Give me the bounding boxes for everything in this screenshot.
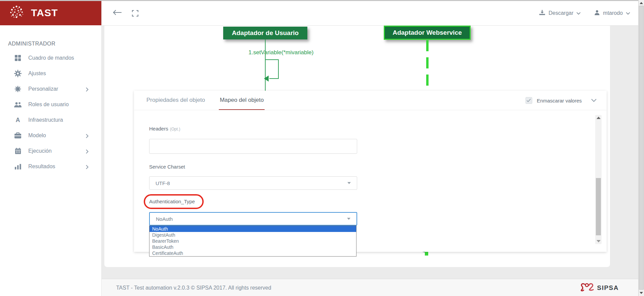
app-title: TAST: [31, 7, 58, 19]
caret-down-icon: [347, 182, 351, 184]
object-properties-card: Propiedades del objeto Mapeo del objeto …: [134, 91, 607, 252]
lifeline-webservice: [426, 40, 429, 91]
collapse-chevron-icon[interactable]: [591, 99, 597, 102]
sidebar-item-personalizar[interactable]: Personalizar: [0, 81, 101, 97]
chevron-right-icon: [86, 134, 89, 140]
option-noauth[interactable]: NoAuth: [149, 226, 356, 232]
message-label: 1.setVariable(*mivariable): [248, 49, 313, 56]
option-certificateauth[interactable]: CertificateAuth: [149, 250, 356, 256]
copyright-text: TAST - Test automation v.2.0.3 © SIPSA 2…: [116, 285, 271, 291]
lifeline-usuario: [265, 39, 266, 91]
sidebar-item-label: Resultados: [28, 164, 55, 170]
sidebar: TAST ADMINISTRADOR Cuadro de mandos: [0, 0, 102, 296]
authentication-type-dropdown: NoAuth DigestAuth BearerToken BasicAuth …: [149, 226, 357, 257]
sidebar-item-label: Roles de usuario: [28, 101, 69, 108]
sidebar-item-label: Ejecución: [28, 148, 52, 154]
sidebar-item-label: Infraestructura: [28, 117, 63, 123]
app-window: TAST ADMINISTRADOR Cuadro de mandos: [0, 0, 644, 296]
form-scrollbar-thumb[interactable]: [596, 178, 601, 235]
self-message-line: [278, 59, 279, 79]
service-charset-select[interactable]: UTF-8: [149, 176, 357, 190]
headers-optional-hint: (Opt.): [170, 127, 180, 131]
chevron-right-icon: [86, 149, 89, 155]
arrow-left-icon: [112, 11, 122, 17]
fullscreen-icon: [132, 12, 138, 18]
form-scrollbar[interactable]: [595, 115, 602, 244]
users-icon: [13, 101, 22, 108]
download-label: Descargar: [548, 10, 573, 16]
service-charset-label: Service Charset: [149, 164, 607, 170]
sidebar-menu: Cuadro de mandos Ajustes: [0, 50, 101, 174]
user-icon: [594, 10, 600, 17]
tab-bar: Propiedades del objeto Mapeo del objeto …: [134, 91, 607, 110]
download-menu-button[interactable]: Descargar: [539, 9, 581, 17]
window-top-border: [0, 0, 644, 1]
authentication-type-label: Authentication_Type: [149, 199, 195, 204]
checkmark-icon: [527, 97, 531, 103]
self-message-line: [265, 59, 279, 60]
app-logo-bar[interactable]: TAST: [0, 0, 101, 25]
sidebar-item-label: Cuadro de mandos: [28, 55, 74, 61]
sidebar-item-resultados[interactable]: Resultados: [0, 159, 101, 174]
user-menu-button[interactable]: mtarodo: [594, 10, 630, 17]
main-content: Adaptador de Usuario 1.setVariable(*miva…: [102, 25, 638, 296]
footer: TAST - Test automation v.2.0.3 © SIPSA 2…: [102, 279, 638, 296]
headers-input[interactable]: [149, 139, 357, 154]
option-digestauth[interactable]: DigestAuth: [149, 232, 356, 238]
scroll-up-arrow-icon[interactable]: [597, 117, 601, 119]
browser-scrollbar[interactable]: [638, 0, 644, 296]
back-button[interactable]: [112, 9, 122, 17]
grid-icon: [13, 55, 22, 61]
arrowhead-icon: [264, 76, 269, 82]
briefcase-icon: [13, 132, 22, 139]
actor-adaptador-de-usuario[interactable]: Adaptador de Usuario: [223, 27, 307, 39]
chevron-right-icon: [86, 165, 89, 171]
option-bearertoken[interactable]: BearerToken: [149, 238, 356, 244]
chevron-down-icon: [626, 10, 630, 16]
username-label: mtarodo: [603, 10, 623, 16]
scroll-up-arrow-icon[interactable]: [640, 2, 643, 4]
sidebar-item-ejecucion[interactable]: Ejecución: [0, 143, 101, 159]
actor-adaptador-webservice[interactable]: Adaptador Webservice: [384, 26, 471, 40]
scroll-down-arrow-icon[interactable]: [640, 292, 643, 294]
self-message-line: [269, 78, 279, 79]
headers-label: Headers: [149, 126, 168, 131]
sidebar-item-label: Ajustes: [28, 70, 46, 77]
gear-icon: [13, 70, 22, 77]
chevron-down-icon: [576, 10, 581, 16]
browser-scrollbar-thumb[interactable]: [639, 6, 644, 290]
tast-logo-icon: [9, 4, 24, 21]
topbar: Descargar mtarodo: [102, 1, 638, 25]
topbar-actions: Descargar mtarodo: [539, 1, 630, 25]
authentication-type-value: NoAuth: [156, 216, 173, 222]
authentication-type-select[interactable]: NoAuth: [149, 212, 357, 226]
sipsa-brand: SIPSA: [579, 282, 619, 294]
tab-mapeo-del-objeto[interactable]: Mapeo del objeto: [219, 91, 265, 110]
option-basicauth[interactable]: BasicAuth: [149, 244, 356, 250]
auth-label-wrapper: Authentication_Type: [149, 199, 195, 205]
sidebar-item-ajustes[interactable]: Ajustes: [0, 66, 101, 81]
fullscreen-button[interactable]: [132, 10, 138, 18]
bar-chart-icon: [13, 164, 22, 170]
auth-select-wrapper: NoAuth NoAuth DigestAuth BearerToken Bas…: [149, 212, 357, 226]
sidebar-item-modelo[interactable]: Modelo: [0, 128, 101, 143]
sidebar-item-roles-de-usuario[interactable]: Roles de usuario: [0, 97, 101, 112]
caret-down-icon: [347, 218, 350, 220]
mask-values-checkbox[interactable]: [526, 97, 532, 104]
mask-values-label: Enmascarar valores: [537, 98, 582, 103]
tab-propiedades-del-objeto[interactable]: Propiedades del objeto: [145, 91, 206, 110]
service-charset-value: UTF-8: [156, 180, 170, 186]
download-icon: [539, 9, 545, 17]
mask-values-control[interactable]: Enmascarar valores: [526, 91, 597, 110]
sipsa-brand-name: SIPSA: [597, 284, 619, 292]
sipsa-logo-icon: [579, 282, 595, 294]
scroll-down-arrow-icon[interactable]: [597, 240, 601, 242]
mapping-form: Headers(Opt.) Service Charset UTF-8 Auth…: [134, 110, 607, 226]
cog-icon: [13, 86, 22, 92]
sidebar-item-cuadro-de-mandos[interactable]: Cuadro de mandos: [0, 50, 101, 66]
sidebar-item-infraestructura[interactable]: A Infraestructura: [0, 112, 101, 128]
sidebar-item-label: Modelo: [28, 132, 46, 139]
calendar-icon: [13, 148, 22, 155]
chevron-right-icon: [86, 87, 89, 93]
font-icon: A: [13, 117, 22, 124]
